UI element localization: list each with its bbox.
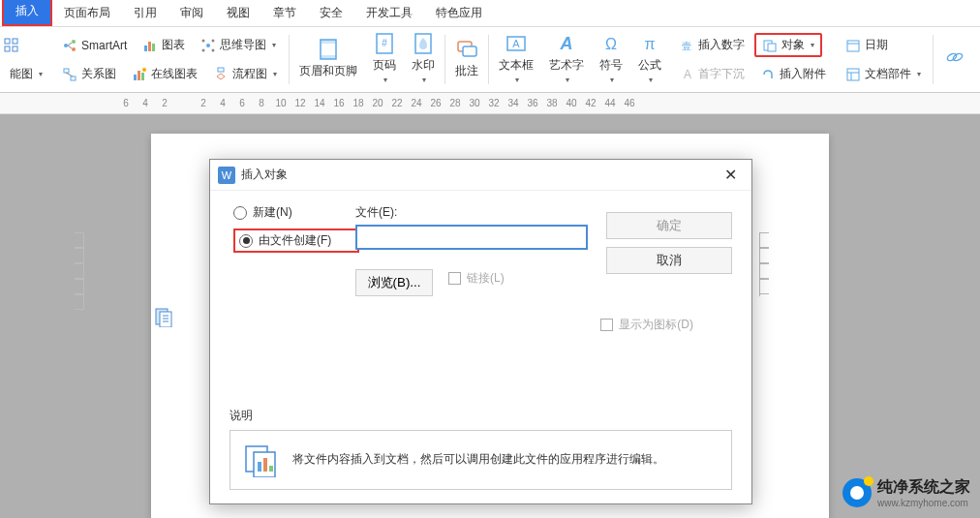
date-button[interactable]: 日期 <box>840 35 894 55</box>
chevron-down-icon: ▾ <box>383 76 387 84</box>
svg-point-23 <box>142 68 146 72</box>
tab-dev-tools[interactable]: 开发工具 <box>354 0 424 26</box>
description-section: 说明 将文件内容插入到文档，然后可以调用创建此文件的应用程序进行编辑。 <box>230 408 732 490</box>
attachment-button[interactable]: 插入附件 <box>754 64 832 84</box>
header-footer-icon <box>317 38 340 61</box>
ruler-mark: 6 <box>116 98 136 108</box>
tab-security[interactable]: 安全 <box>308 0 354 26</box>
drop-cap-button[interactable]: A首字下沉 <box>673 64 750 84</box>
wordart-label: 艺术字 <box>549 57 584 74</box>
insert-number-button[interactable]: 壹插入数字 <box>673 35 750 55</box>
svg-point-14 <box>212 39 215 42</box>
tab-special[interactable]: 特色应用 <box>424 0 494 26</box>
svg-marker-25 <box>217 74 225 79</box>
tab-page-layout[interactable]: 页面布局 <box>52 0 122 26</box>
show-icon-label: 显示为图标(D) <box>619 317 693 333</box>
flowchart-button[interactable]: 流程图▾ <box>207 64 283 84</box>
document-stack-icon <box>242 442 281 477</box>
radio-from-file[interactable]: 由文件创建(F) <box>233 229 359 253</box>
radio-file-label: 由文件创建(F) <box>259 232 331 249</box>
chevron-down-icon: ▾ <box>566 76 569 84</box>
header-footer-button[interactable]: 页眉和页脚 <box>291 29 365 87</box>
svg-rect-3 <box>13 46 17 51</box>
ruler-mark: 6 <box>232 98 252 108</box>
insert-number-label: 插入数字 <box>698 37 745 53</box>
smartart-button[interactable]: SmartArt <box>56 36 133 55</box>
comment-button[interactable]: 批注 <box>447 29 486 87</box>
dialog-titlebar[interactable]: W 插入对象 ✕ <box>210 160 751 191</box>
show-as-icon-checkbox[interactable]: 显示为图标(D) <box>600 317 693 333</box>
tab-insert[interactable]: 插入 <box>2 0 52 26</box>
grid-icon <box>4 38 19 53</box>
file-section: 文件(E): 浏览(B)... 链接(L) <box>355 204 588 296</box>
mindmap-button[interactable]: 思维导图▾ <box>195 35 282 55</box>
svg-line-8 <box>68 46 72 48</box>
ruler-mark: 24 <box>407 98 426 108</box>
online-chart-icon <box>132 67 147 82</box>
chevron-down-icon: ▾ <box>422 76 426 84</box>
insert-number-icon: 壹 <box>679 38 694 53</box>
tab-view[interactable]: 视图 <box>215 0 261 26</box>
svg-point-15 <box>202 48 205 51</box>
formula-icon: π <box>638 32 661 55</box>
watermark-url: www.kzmyhome.com <box>877 498 970 508</box>
funcmap-button[interactable]: 能图▾ <box>4 64 48 84</box>
link-label: 链接(L) <box>467 270 505 287</box>
svg-rect-21 <box>138 71 140 80</box>
file-path-input[interactable] <box>355 225 588 250</box>
page-number-icon: # <box>373 32 396 55</box>
tab-chapter[interactable]: 章节 <box>261 0 308 26</box>
wordart-button[interactable]: A艺术字▾ <box>541 29 592 87</box>
page-number-button[interactable]: #页码▾ <box>365 29 404 87</box>
svg-rect-24 <box>218 68 224 72</box>
radio-icon <box>233 206 247 220</box>
flowchart-label: 流程图 <box>232 66 267 82</box>
formula-label: 公式 <box>638 57 661 74</box>
chevron-down-icon: ▾ <box>515 76 519 84</box>
svg-rect-17 <box>64 69 69 73</box>
watermark-button[interactable]: 水印▾ <box>404 29 443 87</box>
cancel-button[interactable]: 取消 <box>606 247 732 274</box>
dialog-title-text: 插入对象 <box>241 167 288 183</box>
browse-button[interactable]: 浏览(B)... <box>355 269 433 296</box>
watermark-logo: 纯净系统之家 www.kzmyhome.com <box>842 477 970 508</box>
ruler-mark: 14 <box>310 98 329 108</box>
doc-parts-button[interactable]: 文档部件▾ <box>840 64 927 84</box>
svg-point-12 <box>206 44 210 47</box>
object-icon <box>762 38 778 53</box>
chart-button[interactable]: 图表 <box>137 35 191 55</box>
tab-reference[interactable]: 引用 <box>122 0 168 26</box>
textbox-icon: A <box>505 32 528 55</box>
drop-cap-icon: A <box>679 67 694 82</box>
svg-line-19 <box>66 73 73 76</box>
relation-label: 关系图 <box>81 66 116 82</box>
ruler-mark: 10 <box>271 98 291 108</box>
formula-button[interactable]: π公式▾ <box>630 29 669 87</box>
checkbox-icon <box>448 272 461 285</box>
svg-rect-33 <box>463 46 476 56</box>
page-number-label: 页码 <box>373 57 396 74</box>
link-checkbox[interactable]: 链接(L) <box>448 270 505 287</box>
ruler-mark: 44 <box>600 98 620 108</box>
dialog-buttons: 确定 取消 <box>606 212 732 274</box>
ruler-mark: 42 <box>581 98 600 108</box>
object-button[interactable]: 对象▾ <box>754 33 822 57</box>
svg-text:壹: 壹 <box>682 41 691 51</box>
ruler-mark: 32 <box>484 98 504 108</box>
radio-icon <box>239 234 253 248</box>
tab-review[interactable]: 审阅 <box>168 0 215 26</box>
chart-icon <box>142 38 158 53</box>
hyperlink-button[interactable] <box>935 29 974 87</box>
mindmap-icon <box>200 38 216 53</box>
relation-button[interactable]: 关系图 <box>56 64 122 84</box>
close-button[interactable]: ✕ <box>717 162 744 189</box>
symbol-button[interactable]: Ω符号▾ <box>592 29 630 87</box>
attachment-label: 插入附件 <box>780 66 826 82</box>
ruler: 6 4 2 2 4 6 8 10 12 14 16 18 20 22 24 26… <box>0 93 980 114</box>
svg-rect-9 <box>144 46 147 51</box>
ok-button[interactable]: 确定 <box>606 212 732 239</box>
description-text: 将文件内容插入到文档，然后可以调用创建此文件的应用程序进行编辑。 <box>292 450 720 469</box>
online-chart-button[interactable]: 在线图表 <box>126 64 203 84</box>
svg-rect-1 <box>13 39 17 44</box>
textbox-button[interactable]: A文本框▾ <box>491 29 541 87</box>
